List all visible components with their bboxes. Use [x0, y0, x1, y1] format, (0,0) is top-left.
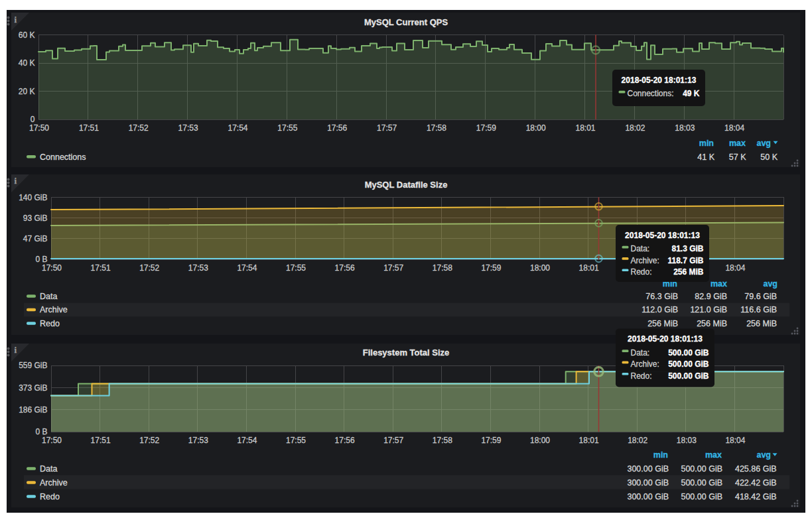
svg-text:max: max — [705, 450, 722, 460]
svg-text:18:01: 18:01 — [579, 263, 599, 273]
svg-text:i: i — [15, 176, 17, 186]
svg-text:Archive:: Archive: — [631, 256, 659, 265]
svg-text:max: max — [710, 279, 727, 289]
svg-text:Data:: Data: — [631, 244, 650, 253]
svg-text:18:04: 18:04 — [725, 263, 745, 273]
svg-text:50 K: 50 K — [760, 153, 778, 162]
svg-text:Archive: Archive — [40, 305, 68, 314]
svg-text:Archive:: Archive: — [631, 359, 659, 369]
svg-text:17:58: 17:58 — [433, 263, 452, 273]
svg-text:82.9 GiB: 82.9 GiB — [695, 292, 727, 301]
svg-text:17:56: 17:56 — [327, 123, 347, 133]
svg-text:112.0 GiB: 112.0 GiB — [642, 305, 678, 314]
svg-text:40 K: 40 K — [19, 58, 35, 68]
svg-text:373 GiB: 373 GiB — [19, 383, 47, 393]
svg-text:max: max — [729, 139, 746, 148]
svg-text:Redo: Redo — [40, 492, 60, 501]
svg-text:17:50: 17:50 — [29, 123, 49, 133]
svg-text:Redo:: Redo: — [631, 371, 652, 381]
svg-text:avg: avg — [763, 279, 778, 289]
svg-text:256 MiB: 256 MiB — [673, 267, 704, 277]
svg-text:18:00: 18:00 — [526, 123, 546, 133]
svg-text:256 MiB: 256 MiB — [697, 319, 727, 328]
svg-text:500.00 GiB: 500.00 GiB — [668, 348, 709, 358]
svg-text:17:59: 17:59 — [476, 123, 496, 133]
svg-text:2018-05-20 18:01:13: 2018-05-20 18:01:13 — [628, 334, 703, 344]
svg-text:300.00 GiB: 300.00 GiB — [627, 492, 669, 501]
svg-text:17:50: 17:50 — [42, 436, 62, 445]
svg-text:Filesystem Total Size: Filesystem Total Size — [363, 348, 450, 358]
svg-text:i: i — [15, 15, 17, 25]
svg-text:79.6 GiB: 79.6 GiB — [744, 292, 777, 301]
svg-text:81.3 GiB: 81.3 GiB — [671, 244, 703, 253]
svg-text:Data: Data — [40, 464, 57, 474]
svg-text:41 K: 41 K — [697, 153, 714, 162]
svg-text:18:02: 18:02 — [628, 436, 647, 445]
svg-text:60 K: 60 K — [19, 31, 35, 40]
svg-text:17:58: 17:58 — [427, 123, 446, 133]
svg-text:17:52: 17:52 — [139, 263, 159, 273]
svg-text:425.86 GiB: 425.86 GiB — [735, 464, 777, 474]
svg-text:18:00: 18:00 — [530, 436, 550, 445]
svg-text:18:04: 18:04 — [725, 436, 745, 445]
svg-text:17:53: 17:53 — [188, 436, 208, 445]
svg-text:i: i — [15, 345, 17, 355]
svg-text:17:55: 17:55 — [277, 123, 297, 133]
svg-text:17:51: 17:51 — [79, 123, 99, 133]
svg-text:500.00 GiB: 500.00 GiB — [668, 359, 709, 369]
svg-text:17:51: 17:51 — [91, 263, 111, 273]
svg-text:500.00 GiB: 500.00 GiB — [681, 492, 722, 501]
svg-text:118.7 GiB: 118.7 GiB — [667, 256, 703, 265]
svg-text:116.6 GiB: 116.6 GiB — [740, 305, 777, 314]
svg-text:17:52: 17:52 — [129, 123, 149, 133]
svg-text:422.42 GiB: 422.42 GiB — [735, 478, 777, 487]
svg-text:2018-05-20 18:01:13: 2018-05-20 18:01:13 — [625, 231, 700, 240]
svg-text:17:55: 17:55 — [286, 436, 306, 445]
svg-text:256 MiB: 256 MiB — [746, 319, 777, 328]
svg-text:Archive: Archive — [40, 478, 68, 487]
svg-text:2018-05-20 18:01:13: 2018-05-20 18:01:13 — [622, 76, 697, 85]
svg-text:17:56: 17:56 — [335, 436, 355, 445]
svg-text:93 GiB: 93 GiB — [23, 214, 48, 223]
svg-text:avg: avg — [756, 450, 771, 460]
svg-text:17:54: 17:54 — [237, 436, 257, 445]
svg-text:140 GiB: 140 GiB — [19, 193, 47, 202]
svg-text:418.42 GiB: 418.42 GiB — [735, 492, 777, 501]
svg-text:17:57: 17:57 — [383, 263, 403, 273]
svg-text:Data:: Data: — [631, 348, 650, 358]
svg-text:186 GiB: 186 GiB — [19, 405, 47, 415]
svg-text:76.3 GiB: 76.3 GiB — [645, 292, 678, 301]
svg-text:17:50: 17:50 — [42, 263, 62, 273]
svg-text:18:00: 18:00 — [530, 263, 550, 273]
svg-text:17:59: 17:59 — [481, 263, 501, 273]
svg-text:Redo:: Redo: — [631, 267, 652, 277]
svg-text:20 K: 20 K — [19, 87, 35, 96]
svg-text:17:57: 17:57 — [377, 123, 397, 133]
svg-text:MySQL Datafile Size: MySQL Datafile Size — [365, 180, 448, 190]
svg-text:min: min — [653, 450, 668, 460]
svg-text:300.00 GiB: 300.00 GiB — [627, 478, 669, 487]
svg-text:17:52: 17:52 — [139, 436, 159, 445]
svg-text:Redo: Redo — [40, 319, 60, 328]
svg-text:18:04: 18:04 — [724, 123, 744, 133]
svg-text:17:56: 17:56 — [335, 263, 355, 273]
svg-text:256 MiB: 256 MiB — [647, 319, 678, 328]
svg-text:18:01: 18:01 — [579, 436, 599, 445]
svg-text:Connections: Connections — [40, 153, 86, 162]
svg-text:500.00 GiB: 500.00 GiB — [681, 464, 722, 474]
svg-text:559 GiB: 559 GiB — [19, 361, 47, 370]
svg-text:49 K: 49 K — [683, 89, 700, 98]
svg-text:min: min — [699, 139, 714, 148]
svg-text:17:59: 17:59 — [481, 436, 501, 445]
svg-text:47 GiB: 47 GiB — [23, 234, 48, 243]
svg-text:avg: avg — [756, 139, 771, 148]
svg-text:300.00 GiB: 300.00 GiB — [627, 464, 669, 474]
svg-text:Connections:: Connections: — [628, 89, 674, 98]
svg-text:121.0 GiB: 121.0 GiB — [690, 305, 727, 314]
svg-text:17:54: 17:54 — [237, 263, 257, 273]
svg-text:17:55: 17:55 — [286, 263, 306, 273]
svg-text:18:01: 18:01 — [575, 123, 595, 133]
svg-text:500.00 GiB: 500.00 GiB — [668, 371, 709, 381]
svg-text:17:51: 17:51 — [91, 436, 111, 445]
svg-text:MySQL Current QPS: MySQL Current QPS — [364, 17, 448, 27]
